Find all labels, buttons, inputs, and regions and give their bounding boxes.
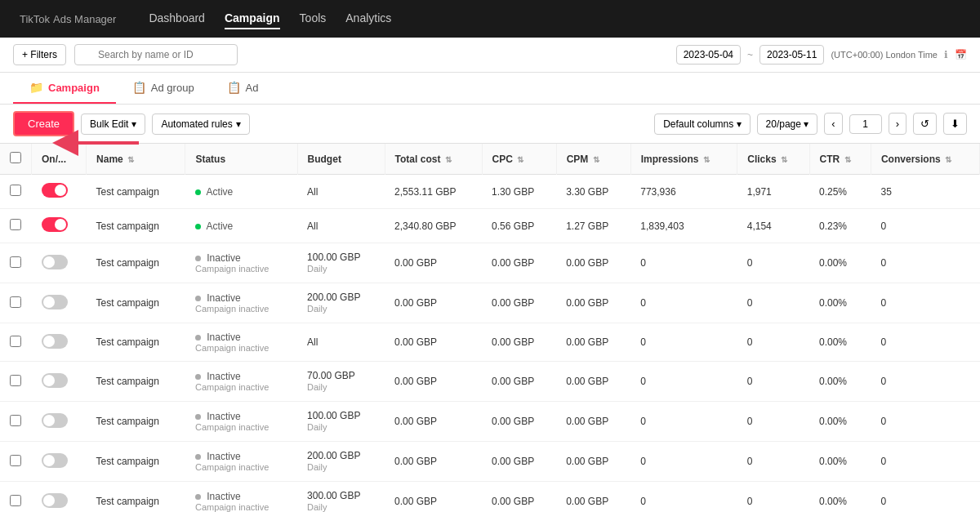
row-clicks-cell: 0 xyxy=(737,442,809,482)
campaign-toggle[interactable] xyxy=(42,413,68,428)
row-total-cost-cell: 2,340.80 GBP xyxy=(385,209,482,243)
automated-rules-chevron: ▾ xyxy=(236,118,241,130)
row-checkbox[interactable] xyxy=(10,375,21,386)
row-clicks-cell: 0 xyxy=(737,402,809,442)
row-toggle-cell xyxy=(32,243,87,283)
row-conversions-cell: 0 xyxy=(871,402,979,442)
nav-item-tools[interactable]: Tools xyxy=(300,8,327,29)
row-cpm-cell: 3.30 GBP xyxy=(556,175,630,209)
date-end-button[interactable]: 2023-05-11 xyxy=(760,45,824,65)
table-row: Test campaign Inactive Campaign inactive… xyxy=(0,362,980,402)
status-sub: Campaign inactive xyxy=(195,422,287,432)
row-checkbox-cell xyxy=(0,362,32,402)
row-checkbox[interactable] xyxy=(10,256,21,268)
campaign-toggle[interactable] xyxy=(42,255,68,269)
row-checkbox[interactable] xyxy=(10,296,21,308)
brand-logo: TikTokAds Manager xyxy=(16,11,116,26)
conversions-sort-icon: ⇅ xyxy=(945,155,951,164)
col-checkbox xyxy=(0,144,32,175)
row-checkbox-cell xyxy=(0,482,32,513)
row-checkbox[interactable] xyxy=(10,455,21,466)
row-toggle-cell xyxy=(32,402,87,442)
campaign-toggle[interactable] xyxy=(42,453,68,468)
tab-adgroup[interactable]: 📋 Ad group xyxy=(116,73,211,104)
col-cpm[interactable]: CPM ⇅ xyxy=(556,144,630,175)
calendar-icon[interactable]: 📅 xyxy=(955,49,967,60)
table-row: Test campaign Inactive Campaign inactive… xyxy=(0,323,980,362)
row-cpc-cell: 0.00 GBP xyxy=(482,283,556,323)
row-checkbox[interactable] xyxy=(10,336,21,347)
col-cpc[interactable]: CPC ⇅ xyxy=(482,144,556,175)
row-checkbox-cell xyxy=(0,175,32,209)
date-start-button[interactable]: 2023-05-04 xyxy=(676,45,741,65)
row-conversions-cell: 0 xyxy=(871,362,979,402)
bulk-edit-button[interactable]: Bulk Edit ▾ xyxy=(81,114,145,135)
row-status-cell: Inactive Campaign inactive xyxy=(185,243,297,283)
tab-campaign[interactable]: 📁 Campaign xyxy=(13,73,116,104)
automated-rules-label: Automated rules xyxy=(161,118,232,130)
name-sort-icon: ⇅ xyxy=(127,155,134,164)
impressions-sort-icon: ⇅ xyxy=(703,155,710,164)
nav-item-analytics[interactable]: Analytics xyxy=(345,8,391,29)
row-toggle-cell xyxy=(32,442,87,482)
row-name-cell[interactable]: Test campaign xyxy=(87,442,185,482)
row-checkbox[interactable] xyxy=(10,185,21,196)
nav-item-dashboard[interactable]: Dashboard xyxy=(149,8,205,29)
row-name-cell[interactable]: Test campaign xyxy=(87,283,185,323)
page-number-input[interactable] xyxy=(849,114,882,134)
prev-page-button[interactable]: ‹ xyxy=(824,113,842,135)
campaign-toggle[interactable] xyxy=(42,334,68,349)
row-total-cost-cell: 0.00 GBP xyxy=(385,283,482,323)
col-total-cost[interactable]: Total cost ⇅ xyxy=(385,144,482,175)
row-total-cost-cell: 0.00 GBP xyxy=(385,362,482,402)
row-cpc-cell: 0.00 GBP xyxy=(482,323,556,362)
col-impressions[interactable]: Impressions ⇅ xyxy=(630,144,737,175)
row-name-cell[interactable]: Test campaign xyxy=(87,402,185,442)
row-checkbox[interactable] xyxy=(10,495,21,506)
create-button[interactable]: Create xyxy=(13,111,74,136)
col-name[interactable]: Name ⇅ xyxy=(87,144,185,175)
campaign-toggle[interactable] xyxy=(42,217,68,232)
refresh-button[interactable]: ↺ xyxy=(913,113,937,135)
select-all-checkbox[interactable] xyxy=(10,152,21,163)
filters-button[interactable]: + Filters xyxy=(13,44,66,65)
tab-ad[interactable]: 📋 Ad xyxy=(211,73,275,104)
row-total-cost-cell: 0.00 GBP xyxy=(385,243,482,283)
status-sub: Campaign inactive xyxy=(195,462,287,472)
row-cpm-cell: 0.00 GBP xyxy=(556,323,630,362)
col-clicks[interactable]: Clicks ⇅ xyxy=(737,144,809,175)
status-sub: Campaign inactive xyxy=(195,502,287,512)
row-name-cell[interactable]: Test campaign xyxy=(87,482,185,513)
col-conversions[interactable]: Conversions ⇅ xyxy=(871,144,979,175)
campaign-toggle[interactable] xyxy=(42,493,68,508)
row-name-cell[interactable]: Test campaign xyxy=(87,323,185,362)
automated-rules-button[interactable]: Automated rules ▾ xyxy=(152,114,249,135)
row-name-cell[interactable]: Test campaign xyxy=(87,175,185,209)
status-label: Active xyxy=(207,186,234,198)
campaign-toggle[interactable] xyxy=(42,373,68,388)
col-ctr[interactable]: CTR ⇅ xyxy=(809,144,871,175)
col-budget: Budget xyxy=(297,144,385,175)
row-conversions-cell: 0 xyxy=(871,323,979,362)
download-button[interactable]: ⬇ xyxy=(943,113,967,135)
next-page-button[interactable]: › xyxy=(889,113,906,135)
campaign-toggle[interactable] xyxy=(42,295,68,309)
row-budget-cell: 200.00 GBPDaily xyxy=(297,283,385,323)
row-name-cell[interactable]: Test campaign xyxy=(87,243,185,283)
col-status: Status xyxy=(185,144,297,175)
row-budget-cell: 100.00 GBPDaily xyxy=(297,402,385,442)
campaign-toggle[interactable] xyxy=(42,183,68,198)
toolbar-right: Default columns ▾ 20/page ▾ ‹ › ↺ ⬇ xyxy=(654,113,967,135)
row-name-cell[interactable]: Test campaign xyxy=(87,209,185,243)
status-dot xyxy=(195,189,201,195)
search-input[interactable] xyxy=(74,44,238,65)
per-page-button[interactable]: 20/page ▾ xyxy=(757,114,818,135)
status-sub: Campaign inactive xyxy=(195,264,287,274)
nav-item-campaign[interactable]: Campaign xyxy=(225,8,280,29)
ad-tab-icon: 📋 xyxy=(227,81,241,94)
row-name-cell[interactable]: Test campaign xyxy=(87,362,185,402)
row-checkbox[interactable] xyxy=(10,219,21,230)
default-columns-button[interactable]: Default columns ▾ xyxy=(654,114,750,135)
row-checkbox[interactable] xyxy=(10,415,21,426)
table-row: Test campaign Inactive Campaign inactive… xyxy=(0,442,980,482)
